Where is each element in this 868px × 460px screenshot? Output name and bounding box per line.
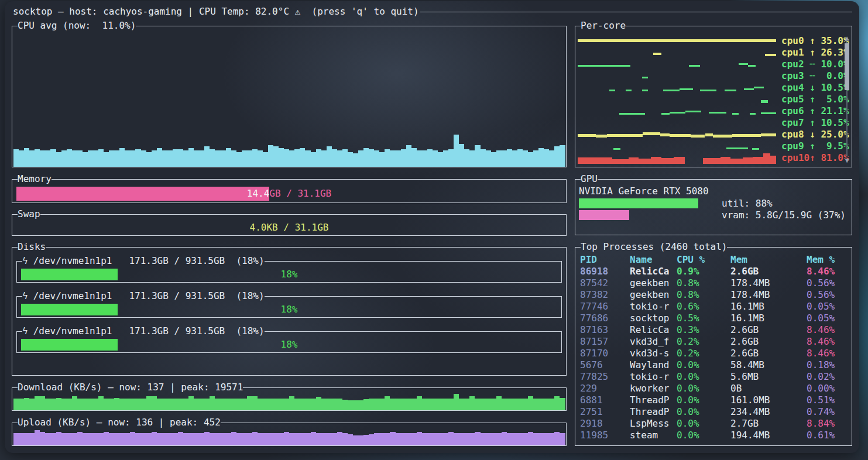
- process-cell: tokio-r: [630, 301, 677, 313]
- process-cell: 16.1MB: [730, 313, 807, 324]
- upload-panel: Upload (KB/s) — now: 136 | peak: 452: [12, 417, 567, 446]
- core-label: cpu5 ↑ 5.0%: [781, 94, 852, 105]
- core-sparkline: [578, 140, 781, 152]
- process-header-cell: Mem %: [807, 254, 852, 266]
- core-label: cpu6 ↑ 21.1%: [781, 105, 852, 117]
- scrollbar-down-icon[interactable]: ▼: [845, 156, 849, 164]
- process-cell: 0.00%: [807, 383, 852, 394]
- process-cell: 0.56%: [807, 277, 852, 289]
- disks-title: Disks: [18, 241, 46, 253]
- process-cell: 8.46%: [807, 324, 852, 336]
- core-label: cpu7 ↑ 10.5%: [781, 117, 852, 129]
- scrollbar-thumb[interactable]: [845, 43, 849, 90]
- disk-sub-title: ϟ/dev/nvme1n1p1 171.3GB / 931.5GB (18%): [22, 325, 265, 337]
- process-cell: 87542: [580, 277, 630, 289]
- process-cell: ThreadP: [630, 406, 677, 418]
- disk-sub-title: ϟ/dev/nvme1n1p1 171.3GB / 931.5GB (18%): [22, 255, 265, 267]
- core-row: cpu10↑ 81.0%: [578, 152, 852, 164]
- core-row: cpu9 ↑ 9.5%: [578, 140, 852, 152]
- disk-gauge: 18%: [21, 339, 557, 351]
- core-row: cpu3 ╌ 0.0%: [578, 70, 852, 82]
- process-cell: RelicCa: [630, 324, 677, 336]
- disk-flash-icon: ϟ: [22, 290, 33, 301]
- process-cell: 194.4MB: [730, 430, 807, 441]
- process-header-cell: Name: [630, 254, 677, 266]
- process-cell: 77686: [580, 313, 630, 324]
- process-cell: 2.6GB: [730, 336, 807, 348]
- process-cell: 0.0%: [677, 359, 730, 371]
- process-cell: ThreadP: [630, 394, 677, 406]
- disk-flash-icon: ϟ: [22, 325, 33, 337]
- process-cell: 0.0%: [677, 430, 730, 441]
- gpu-util-bar: [579, 198, 715, 208]
- process-cell: 16.1MB: [730, 301, 807, 313]
- swap-gauge-label: 4.0KB / 31.1GB: [16, 222, 562, 234]
- title-border-line: [420, 12, 852, 12]
- process-cell: 87382: [580, 289, 630, 301]
- terminal-window: socktop — host: cachyos-gaming | CPU Tem…: [5, 1, 859, 453]
- core-sparkline: [578, 117, 781, 129]
- core-row: cpu0 ↑ 35.0%: [578, 35, 852, 47]
- left-column: CPU avg (now: 11.0%) Memory 14.4GB / 31.…: [12, 20, 567, 446]
- core-row: cpu1 ↑ 26.3%: [578, 47, 852, 59]
- process-cell: kworker: [630, 383, 677, 394]
- memory-gauge: 14.4GB / 31.1GB 14.4GB / 31.1GB: [16, 187, 562, 201]
- process-cell: 87163: [580, 324, 630, 336]
- process-cell: 0.0%: [677, 383, 730, 394]
- process-cell: 0.2%: [677, 336, 730, 348]
- process-cell: RelicCa: [630, 266, 677, 277]
- memory-title: Memory: [18, 173, 52, 185]
- gpu-vram-label: vram: 5.8G/15.9G (37%): [722, 210, 846, 221]
- disk-gauge-label: 18%: [21, 339, 557, 351]
- disk-sub-title: ϟ/dev/nvme1n1p1 171.3GB / 931.5GB (18%): [22, 290, 265, 302]
- process-cell: 0.0%: [677, 371, 730, 383]
- process-header-cell: PID: [580, 254, 630, 266]
- process-cell: 8.46%: [807, 266, 852, 277]
- core-label: cpu9 ↑ 9.5%: [781, 140, 852, 152]
- process-cell: 0.0%: [677, 394, 730, 406]
- process-cell: 5.6MB: [730, 371, 807, 383]
- disk-gauge-label: 18%: [21, 269, 557, 280]
- process-table: PIDNameCPU %MemMem %86918RelicCa0.9%2.6G…: [575, 253, 852, 441]
- core-sparkline: [578, 105, 781, 117]
- core-sparkline: [578, 82, 781, 94]
- process-cell: 0.3%: [677, 324, 730, 336]
- core-label: cpu10↑ 81.0%: [781, 152, 852, 164]
- download-chart: [12, 393, 566, 410]
- process-cell: tokio-r: [630, 371, 677, 383]
- process-cell: 0.02%: [807, 371, 852, 383]
- disk-gauge: 18%: [21, 269, 557, 280]
- disk-flash-icon: ϟ: [22, 255, 33, 266]
- cpu-avg-chart: [12, 32, 566, 167]
- process-cell: 0.0%: [677, 406, 730, 418]
- process-cell: 0.56%: [807, 289, 852, 301]
- scrollbar-up-icon[interactable]: ▲: [845, 34, 849, 42]
- process-cell: 0.05%: [807, 313, 852, 324]
- core-label: cpu1 ↑ 26.3%: [781, 47, 852, 59]
- process-cell: 77746: [580, 301, 630, 313]
- process-cell: 58.4MB: [730, 359, 807, 371]
- disks-panel: Disks ϟ/dev/nvme1n1p1 171.3GB / 931.5GB …: [12, 241, 567, 376]
- process-cell: steam: [630, 430, 677, 441]
- scrollbar-track[interactable]: [846, 42, 848, 156]
- download-title: Download (KB/s) — now: 137 | peak: 19571: [18, 382, 243, 393]
- process-cell: 0.61%: [807, 430, 852, 441]
- swap-title: Swap: [18, 208, 40, 220]
- app-title-bar: socktop — host: cachyos-gaming | CPU Tem…: [12, 5, 852, 19]
- process-cell: 2751: [580, 406, 630, 418]
- swap-panel: Swap 4.0KB / 31.1GB 4.0KB / 31.1GB: [12, 208, 567, 235]
- process-cell: 0.5%: [677, 313, 730, 324]
- process-cell: 0.05%: [807, 301, 852, 313]
- process-cell: 2.6GB: [730, 348, 807, 359]
- process-cell: 11985: [580, 430, 630, 441]
- per-core-title: Per-core: [581, 20, 626, 32]
- process-cell: geekben: [630, 277, 677, 289]
- process-cell: 8.46%: [807, 348, 852, 359]
- core-label: cpu8 ↓ 25.0%: [781, 129, 852, 140]
- process-cell: 0.74%: [807, 406, 852, 418]
- right-column: Per-core cpu0 ↑ 35.0%cpu1 ↑ 26.3%cpu2 ╌ …: [575, 20, 852, 446]
- per-core-scrollbar[interactable]: ▲ ▼: [844, 34, 850, 164]
- disk-list: ϟ/dev/nvme1n1p1 171.3GB / 931.5GB (18%)1…: [12, 253, 566, 355]
- process-cell: 2.6GB: [730, 324, 807, 336]
- process-cell: 0.18%: [807, 359, 852, 371]
